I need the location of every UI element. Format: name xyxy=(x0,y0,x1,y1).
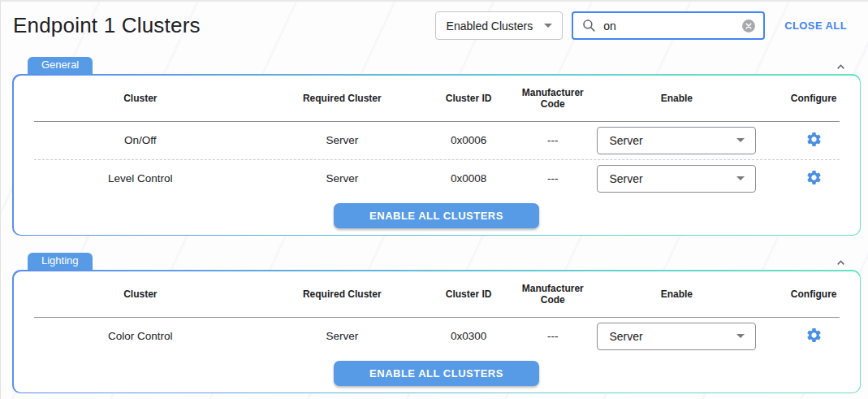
enable-all-row: ENABLE ALL CLUSTERS xyxy=(14,355,860,392)
top-toolbar: Endpoint 1 Clusters Enabled Clusters CLO… xyxy=(1,2,868,45)
required-cluster: Server xyxy=(267,172,417,184)
table-row: On/Off Server 0x0006 --- Server xyxy=(14,122,860,159)
cluster-name: On/Off xyxy=(14,134,268,146)
section-lighting-tab-row: Lighting xyxy=(12,252,861,270)
collapse-section-button[interactable] xyxy=(832,59,849,74)
column-header-enable: Enable xyxy=(585,93,768,104)
required-cluster: Server xyxy=(267,134,417,146)
cluster-filter-value: Enabled Clusters xyxy=(447,20,533,33)
search-input[interactable] xyxy=(597,20,741,33)
cluster-id: 0x0300 xyxy=(417,330,520,342)
chevron-down-icon xyxy=(736,138,745,142)
enable-select[interactable]: Server xyxy=(597,127,756,154)
column-header-required-cluster: Required Cluster xyxy=(267,93,417,104)
section-card: Cluster Required Cluster Cluster ID Manu… xyxy=(14,76,860,235)
search-box[interactable] xyxy=(572,11,765,40)
column-header-cluster-id: Cluster ID xyxy=(417,288,520,300)
table-header-row: Cluster Required Cluster Cluster ID Manu… xyxy=(14,76,860,121)
gear-icon xyxy=(805,131,823,148)
enable-select[interactable]: Server xyxy=(597,323,756,350)
manufacturer-code: --- xyxy=(520,330,585,342)
column-header-configure: Configure xyxy=(768,93,860,104)
section-general-tab-row: General xyxy=(12,56,861,74)
configure-button[interactable] xyxy=(805,327,823,344)
table-header-row: Cluster Required Cluster Cluster ID Manu… xyxy=(14,271,860,317)
section-tab-label: General xyxy=(41,59,79,71)
section-general: General Cluster Required Cluster Cluster… xyxy=(12,56,861,236)
configure-button[interactable] xyxy=(805,169,823,186)
section-lighting: Lighting Cluster Required Cluster Cluste… xyxy=(12,252,861,393)
page-title: Endpoint 1 Clusters xyxy=(13,13,201,38)
section-tab-label: Lighting xyxy=(41,254,79,267)
enable-select-value: Server xyxy=(609,134,642,147)
section-tab-lighting: Lighting xyxy=(28,253,93,270)
collapse-section-button[interactable] xyxy=(832,255,849,270)
section-card-border: Cluster Required Cluster Cluster ID Manu… xyxy=(12,270,861,393)
cluster-filter-dropdown[interactable]: Enabled Clusters xyxy=(435,11,564,40)
search-icon xyxy=(581,18,597,33)
column-header-required-cluster: Required Cluster xyxy=(267,288,417,300)
manufacturer-code: --- xyxy=(520,172,585,184)
section-tab-general: General xyxy=(28,57,93,74)
configure-button[interactable] xyxy=(805,131,823,148)
column-header-enable: Enable xyxy=(585,288,768,300)
cluster-id: 0x0006 xyxy=(417,134,520,146)
gear-icon xyxy=(805,169,823,186)
clear-search-icon[interactable] xyxy=(741,18,757,34)
section-card-border: Cluster Required Cluster Cluster ID Manu… xyxy=(12,74,861,236)
column-header-manufacturer-code: Manufacturer Code xyxy=(520,87,585,110)
section-card: Cluster Required Cluster Cluster ID Manu… xyxy=(14,271,860,392)
manufacturer-code: --- xyxy=(520,134,585,146)
enable-all-row: ENABLE ALL CLUSTERS xyxy=(14,197,860,235)
column-header-manufacturer-code: Manufacturer Code xyxy=(520,283,585,306)
column-header-cluster-id: Cluster ID xyxy=(417,93,520,104)
toolbar-controls: Enabled Clusters CLOSE ALL xyxy=(435,11,847,40)
chevron-down-icon xyxy=(736,334,745,338)
gear-icon xyxy=(805,327,823,344)
close-all-button[interactable]: CLOSE ALL xyxy=(784,20,847,32)
enable-select[interactable]: Server xyxy=(597,165,756,193)
enable-all-clusters-button[interactable]: ENABLE ALL CLUSTERS xyxy=(334,361,539,386)
chevron-down-icon xyxy=(736,176,745,180)
cluster-id: 0x0008 xyxy=(417,172,520,184)
cluster-name: Level Control xyxy=(14,172,268,184)
cluster-sections: General Cluster Required Cluster Cluster… xyxy=(1,56,868,393)
chevron-up-icon xyxy=(834,257,848,269)
table-row: Color Control Server 0x0300 --- Server xyxy=(14,318,860,355)
enable-all-clusters-button[interactable]: ENABLE ALL CLUSTERS xyxy=(334,203,539,228)
enable-select-value: Server xyxy=(609,330,642,343)
cluster-name: Color Control xyxy=(14,330,268,342)
required-cluster: Server xyxy=(267,330,417,342)
column-header-cluster: Cluster xyxy=(14,93,268,104)
column-header-cluster: Cluster xyxy=(14,288,268,300)
chevron-down-icon xyxy=(544,24,552,28)
chevron-up-icon xyxy=(834,61,848,73)
endpoint-clusters-page: Endpoint 1 Clusters Enabled Clusters CLO… xyxy=(0,0,868,399)
enable-select-value: Server xyxy=(609,172,642,185)
column-header-configure: Configure xyxy=(768,288,860,300)
table-row: Level Control Server 0x0008 --- Server xyxy=(14,160,860,197)
